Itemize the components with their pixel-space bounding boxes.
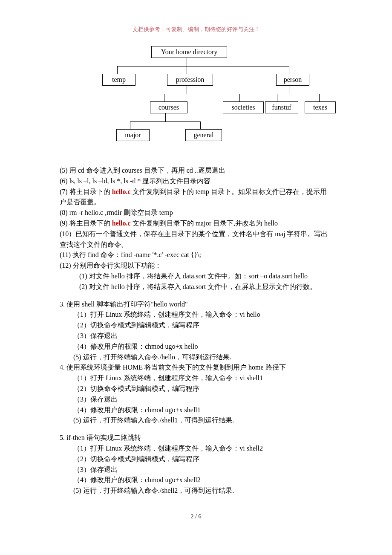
tree-connector <box>289 66 289 74</box>
item-6: (6) ls, ls –l, ls –ld, ls *, ls -d * 显示列… <box>60 176 332 187</box>
spacer <box>60 426 332 433</box>
section-3-1: （1）打开 Linux 系统终端，创建程序文件，输入命令：vi hello <box>60 309 332 320</box>
header-note: 文档供参考，可复制、编制，期待您的好评与关注！ <box>60 26 332 33</box>
section-5: 5. if-then 语句实现二路跳转 <box>60 433 332 443</box>
tree-node: societies <box>223 101 264 113</box>
section-4-1: （1）打开 Linux 系统终端，创建程序文件，输入命令：vi shell1 <box>60 373 332 384</box>
content-body: (5) 用 cd 命令进入到 courses 目录下，再用 cd ..逐层退出 … <box>60 165 332 496</box>
item-9: (9) 将主目录下的 hello.c 文件复制到目录下的 major 目录下,并… <box>60 218 332 229</box>
section-4-4: （4）修改用户的权限：chmod ugo+x shell1 <box>60 405 332 416</box>
tree-node: temp <box>102 74 135 86</box>
section-4-2: （2）切换命令模式到编辑模式，编写程序 <box>60 384 332 394</box>
section-4-3: （3）保存退出 <box>60 394 332 405</box>
tree-connector <box>319 94 320 101</box>
tree-connector <box>277 94 320 94</box>
tree-node: general <box>185 129 222 141</box>
tree-connector <box>200 121 201 129</box>
tree-connector <box>289 85 289 94</box>
tree-connector <box>164 94 164 101</box>
filename-highlight: hello.c <box>112 188 131 195</box>
section-4-5: (5) 运行，打开终端输入命令./shell1，可得到运行结果. <box>60 415 332 426</box>
tree-connector <box>239 94 240 101</box>
tree-node-root: Your home directory <box>151 46 227 58</box>
item-10: (10）已知有一个普通文件，保存在主目录下的某个位置，文件名中含有 maj 字符… <box>60 229 332 250</box>
tree-node: profession <box>167 74 213 86</box>
document-page: 文档供参考，可复制、编制，期待您的好评与关注！ Your home direct… <box>0 0 392 537</box>
item-11: (11) 执行 find 命令：find -name '*.c' -exec c… <box>60 250 332 260</box>
section-3: 3. 使用 shell 脚本输出打印字符"hello world" <box>60 299 332 310</box>
tree-node: texes <box>305 101 336 113</box>
section-5-5: (5) 运行，打开终端输入命令./shell2，可得到运行结果. <box>60 486 332 496</box>
tree-node: person <box>276 74 309 86</box>
tree-connector <box>117 66 118 74</box>
tree-connector <box>165 113 166 121</box>
section-3-3: （3）保存退出 <box>60 331 332 341</box>
section-3-4: （4）修改用户的权限：chmod ugo+x hello <box>60 341 332 352</box>
tree-connector <box>277 94 277 101</box>
tree-connector <box>187 85 187 94</box>
item-12: (12) 分别用命令行实现以下功能： <box>60 260 332 271</box>
spacer <box>60 292 332 299</box>
section-5-4: （4）修改用户的权限：chmod ugo+x shell2 <box>60 475 332 486</box>
section-5-2: （2）切换命令模式到编辑模式，编写程序 <box>60 454 332 465</box>
item-12-2: (2) 对文件 hello 排序，将结果存入 data.sort 文件中，在屏幕… <box>60 282 332 292</box>
filename-highlight: hello.c <box>112 220 131 227</box>
item-5: (5) 用 cd 命令进入到 courses 目录下，再用 cd ..逐层退出 <box>60 165 332 176</box>
item-12-1: (1) 对文件 hello 排序，将结果存入 data.sort 文件中。如：s… <box>60 271 332 282</box>
section-5-3: （3）保存退出 <box>60 465 332 475</box>
section-3-2: （2）切换命令模式到编辑模式，编写程序 <box>60 320 332 331</box>
section-5-1: （1）打开 Linux 系统终端，创建程序文件，输入命令：vi shell2 <box>60 443 332 454</box>
directory-tree-diagram: Your home directory temp profession pers… <box>60 46 332 157</box>
page-number: 2 / 6 <box>60 513 332 520</box>
tree-node: funstuf <box>265 101 298 113</box>
tree-connector <box>187 66 187 74</box>
section-4: 4. 使用系统环境变量 HOME 将当前文件夹下的文件复制到用户 home 路径… <box>60 362 332 373</box>
section-3-5: (5) 运行，打开终端输入命令./hello，可得到运行结果. <box>60 352 332 363</box>
item-7: (7) 将主目录下的 hello.c 文件复制到目录下的 temp 目录下。如果… <box>60 187 332 208</box>
tree-connector <box>130 121 130 129</box>
tree-connector <box>164 94 240 94</box>
tree-connector <box>117 66 289 66</box>
tree-node: courses <box>150 101 187 113</box>
tree-connector <box>187 58 187 66</box>
tree-node: major <box>116 129 150 141</box>
item-8: (8) rm -r hello.c ,rmdir 删除空目录 temp <box>60 208 332 218</box>
tree-connector <box>130 121 200 122</box>
